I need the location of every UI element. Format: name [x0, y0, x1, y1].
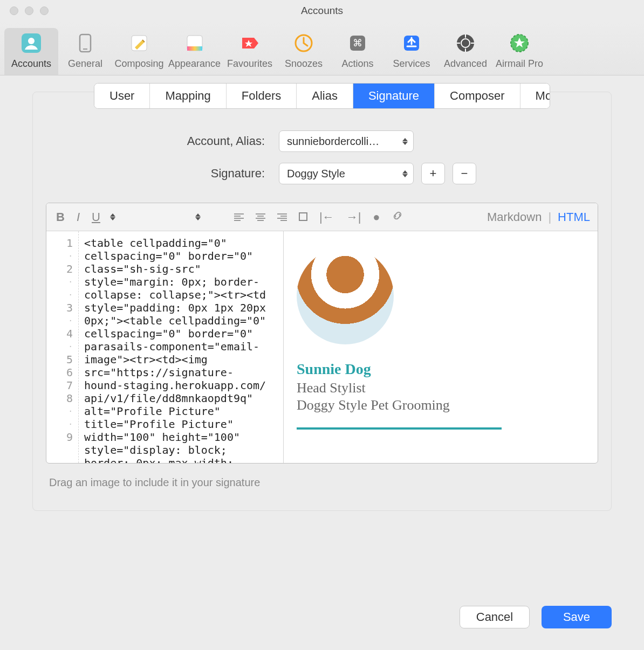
align-right-button[interactable] — [275, 213, 289, 221]
link-button[interactable] — [390, 210, 405, 224]
code-pane[interactable]: 1·2··3·4·5678··9 <table cellpadding="0" … — [46, 231, 284, 463]
tab-mapping[interactable]: Mapping — [150, 84, 226, 108]
avatar-image — [297, 247, 394, 344]
toolbar-item-airmail-pro[interactable]: Airmail Pro — [492, 28, 546, 75]
tab-alias[interactable]: Alias — [297, 84, 353, 108]
toolbar-label: Actions — [342, 58, 374, 70]
toolbar-label: General — [68, 58, 102, 70]
composing-icon — [127, 31, 151, 55]
cancel-button[interactable]: Cancel — [460, 606, 530, 628]
signature-value: Doggy Style — [287, 168, 345, 180]
border-button[interactable] — [297, 210, 310, 224]
svg-rect-3 — [83, 49, 87, 50]
account-tabs: User Mapping Folders Alias Signature Com… — [94, 83, 550, 109]
preferences-toolbar: Accounts General Composing Appearance Fa… — [0, 22, 644, 75]
font-stepper[interactable] — [110, 213, 115, 220]
indent-button[interactable]: →| — [344, 210, 364, 224]
tab-more[interactable]: More — [520, 84, 550, 108]
markdown-mode-button[interactable]: Markdown — [487, 210, 542, 224]
save-button[interactable]: Save — [542, 606, 612, 628]
remove-signature-button[interactable]: − — [453, 163, 476, 184]
toolbar-label: Advanced — [444, 58, 487, 70]
account-alias-label: Account, Alias: — [117, 134, 279, 148]
signature-select[interactable]: Doggy Style — [279, 163, 414, 184]
footer-buttons: Cancel Save — [460, 606, 612, 628]
toolbar-item-actions[interactable]: ⌘ Actions — [331, 28, 385, 75]
window-title: Accounts — [0, 5, 644, 17]
select-arrows-icon — [402, 170, 408, 177]
account-alias-select[interactable]: sunniebordercolli… — [279, 130, 414, 152]
signature-editor: B I U |← →| ● Markdown | HTML — [46, 203, 598, 464]
tab-signature[interactable]: Signature — [353, 84, 435, 108]
toolbar-item-general[interactable]: General — [58, 28, 112, 75]
advanced-icon — [454, 31, 477, 55]
line-gutter: 1·2··3·4·5678··9 — [46, 231, 79, 463]
toolbar-label: Appearance — [168, 58, 221, 70]
airmail-pro-icon — [508, 31, 531, 55]
general-icon — [73, 31, 97, 55]
toolbar-label: Snoozes — [285, 58, 323, 70]
code-text[interactable]: <table cellpadding="0" cellspacing="0" b… — [79, 231, 283, 463]
actions-icon: ⌘ — [346, 31, 369, 55]
signature-select-label: Signature: — [117, 167, 279, 181]
titlebar: Accounts — [0, 0, 644, 22]
account-alias-value: sunniebordercolli… — [287, 135, 379, 148]
preview-title: Head Stylist — [297, 380, 585, 396]
preview-company: Doggy Style Pet Grooming — [297, 397, 585, 413]
snoozes-icon — [292, 31, 316, 55]
tab-user[interactable]: User — [94, 84, 150, 108]
tab-composer[interactable]: Composer — [435, 84, 520, 108]
add-signature-button[interactable]: + — [421, 163, 445, 184]
toolbar-item-composing[interactable]: Composing — [112, 28, 166, 75]
outdent-button[interactable]: |← — [317, 210, 337, 224]
settings-panel: User Mapping Folders Alias Signature Com… — [32, 92, 612, 511]
svg-point-1 — [28, 38, 35, 44]
toolbar-item-accounts[interactable]: Accounts — [4, 28, 58, 75]
toolbar-item-favourites[interactable]: Favourites — [223, 28, 277, 75]
underline-button[interactable]: U — [90, 210, 102, 224]
align-center-button[interactable] — [254, 213, 268, 221]
svg-text:⌘: ⌘ — [353, 38, 362, 49]
svg-rect-6 — [187, 46, 202, 51]
toolbar-label: Airmail Pro — [496, 58, 543, 70]
toolbar-label: Accounts — [11, 58, 51, 70]
preview-divider — [297, 427, 502, 430]
toolbar-item-services[interactable]: Services — [385, 28, 439, 75]
editor-toolbar: B I U |← →| ● Markdown | HTML — [46, 203, 598, 231]
select-arrows-icon — [402, 138, 408, 145]
favourites-icon — [238, 31, 262, 55]
toolbar-item-appearance[interactable]: Appearance — [166, 28, 223, 75]
bold-button[interactable]: B — [54, 210, 67, 224]
bullet-button[interactable]: ● — [371, 210, 382, 224]
toolbar-label: Services — [393, 58, 430, 70]
size-stepper[interactable] — [195, 213, 201, 220]
signature-preview: Sunnie Dog Head Stylist Doggy Style Pet … — [284, 231, 598, 463]
toolbar-item-advanced[interactable]: Advanced — [439, 28, 492, 75]
italic-button[interactable]: I — [74, 210, 82, 224]
align-left-button[interactable] — [232, 213, 246, 221]
accounts-icon — [19, 31, 43, 55]
toolbar-label: Composing — [114, 58, 163, 70]
appearance-icon — [183, 31, 207, 55]
toolbar-item-snoozes[interactable]: Snoozes — [277, 28, 331, 75]
services-icon — [400, 31, 423, 55]
preview-name: Sunnie Dog — [297, 361, 585, 378]
toolbar-label: Favourites — [227, 58, 272, 70]
html-mode-button[interactable]: HTML — [558, 210, 590, 224]
tab-folders[interactable]: Folders — [227, 84, 297, 108]
drag-hint: Drag an image to include it in your sign… — [49, 476, 595, 489]
